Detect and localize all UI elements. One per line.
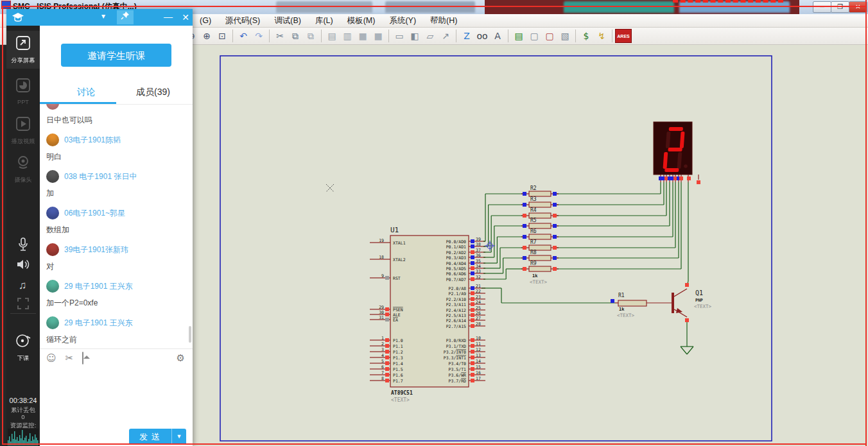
pick-device-icon[interactable]: ▭ — [392, 29, 406, 43]
toolbar-separator — [508, 30, 508, 42]
resistor-R4[interactable]: R4 — [521, 207, 559, 218]
close-button[interactable]: ✕ — [849, 1, 867, 13]
resistor-R7[interactable]: R7 — [521, 239, 559, 250]
svg-text:8: 8 — [381, 376, 384, 381]
speaker-icon[interactable] — [6, 258, 40, 273]
screenshot-scissors-icon[interactable]: ✂ — [65, 352, 74, 364]
svg-text:6: 6 — [381, 365, 384, 370]
component-Q1[interactable]: Q1PNP<TEXT> — [672, 289, 712, 317]
svg-text:AT89C51: AT89C51 — [391, 390, 413, 396]
resistor-R8[interactable]: R8 — [521, 250, 559, 261]
ares-icon[interactable]: ARES — [615, 29, 632, 43]
new-sheet-icon[interactable]: ▢ — [527, 29, 541, 43]
gear-icon[interactable]: ⚙ — [177, 352, 185, 364]
make-device-icon[interactable]: ◧ — [408, 29, 422, 43]
background-tab[interactable] — [385, 1, 475, 13]
tab-members[interactable]: 成员(39) — [136, 87, 170, 98]
paste-icon[interactable]: ⧉ — [304, 29, 318, 43]
resistor-R2[interactable]: R2 — [521, 185, 559, 196]
avatar — [46, 207, 59, 219]
resistor-R1[interactable]: R11k<TEXT> — [611, 293, 672, 318]
logic-state-square — [471, 324, 474, 328]
menu-item-5[interactable]: 系统(Y) — [382, 14, 423, 28]
block-copy-icon[interactable]: ▤ — [325, 29, 339, 43]
message-text: 对 — [46, 261, 186, 272]
microphone-icon[interactable] — [6, 237, 40, 254]
property-assignment-icon[interactable]: A — [490, 29, 505, 43]
menu-item-1[interactable]: 源代码(S) — [218, 14, 267, 28]
fullscreen-icon[interactable] — [6, 298, 40, 312]
sheet-border — [220, 56, 772, 441]
image-icon[interactable] — [82, 352, 83, 364]
menu-item-4[interactable]: 模板(M) — [340, 14, 383, 28]
chat-scrollbar[interactable] — [189, 326, 191, 343]
cut-icon[interactable]: ✂ — [273, 29, 287, 43]
logic-state-square — [471, 313, 474, 317]
svg-text:R9: R9 — [530, 261, 537, 266]
search-components-icon[interactable]: oo — [475, 29, 489, 43]
block-delete-icon[interactable]: ■ — [371, 29, 385, 43]
component-U1[interactable]: U1AT89C51<TEXT>19XTAL118XTAL29RST29PSEN3… — [370, 226, 485, 403]
resistor-R9[interactable]: R91k<TEXT> — [521, 261, 559, 285]
block-rotate-icon[interactable]: ■ — [356, 29, 370, 43]
invite-students-button[interactable]: 邀请学生听课 — [61, 44, 171, 67]
sidebar-tool-camera[interactable]: 摄像头 — [6, 154, 40, 184]
resistor-R5[interactable]: R5 — [521, 218, 559, 228]
tool-sidebar: 分享屏幕PPT播放视频摄像头 ♫ 下课 00:38:24 累计丢包 0 资源监控… — [6, 26, 40, 446]
undo-icon[interactable]: ↶ — [236, 29, 250, 43]
message-list[interactable]: 日中也可以吗03电子1901陈韬明白038 电子1901 张日中加06电子190… — [40, 104, 193, 348]
resistor-R6[interactable]: R6 — [521, 228, 559, 239]
zoom-in-icon[interactable]: ⊕ — [200, 29, 214, 43]
menu-item-2[interactable]: 调试(B) — [267, 14, 308, 28]
sidebar-tool-share-screen[interactable]: 分享屏幕 — [6, 31, 40, 69]
copy-icon[interactable]: ⧉ — [288, 29, 302, 43]
svg-text:RST: RST — [393, 276, 401, 281]
sidebar-tool-play-video[interactable]: 播放视频 — [6, 116, 40, 146]
minimize-button[interactable]: ─ — [813, 1, 831, 13]
schematic-svg[interactable]: U1AT89C51<TEXT>19XTAL118XTAL29RST29PSEN3… — [193, 45, 868, 446]
zoom-area-icon[interactable]: ⊡ — [215, 29, 229, 43]
menu-item-3[interactable]: 库(L) — [308, 14, 340, 28]
end-class-button[interactable]: 下课 — [6, 332, 40, 363]
toolbar-separator — [388, 30, 389, 42]
menu-item-6[interactable]: 帮助(H) — [423, 14, 464, 28]
pin-icon[interactable] — [117, 10, 134, 24]
resistor-R3[interactable]: R3 — [521, 196, 559, 207]
teaching-app-titlebar[interactable]: ▾ — ✕ — [6, 9, 193, 26]
background-tab-blue[interactable] — [679, 1, 790, 13]
chevron-down-icon[interactable]: ▾ — [101, 12, 105, 21]
send-button[interactable]: 发送 — [129, 429, 171, 445]
schematic-canvas[interactable]: U1AT89C51<TEXT>19XTAL118XTAL29RST29PSEN3… — [193, 45, 868, 446]
overlay-close-button[interactable]: ✕ — [178, 10, 193, 24]
tab-discussion[interactable]: 讨论 — [77, 87, 95, 98]
wire-autoroute-icon[interactable]: Z — [460, 29, 474, 43]
block-move-icon[interactable]: ▥ — [340, 29, 354, 43]
music-icon[interactable]: ♫ — [6, 279, 40, 294]
redo-icon[interactable]: ↷ — [252, 29, 266, 43]
svg-text:37: 37 — [476, 248, 481, 253]
background-tab[interactable] — [276, 1, 372, 13]
sidebar-tool-ppt[interactable]: PPT — [6, 77, 40, 105]
packaging-tool-icon[interactable]: ▱ — [423, 29, 437, 43]
menu-item-0[interactable]: (G) — [193, 15, 218, 26]
electrical-check-icon[interactable]: ↯ — [595, 29, 609, 43]
remove-sheet-icon[interactable]: ▢ — [542, 29, 557, 43]
decompose-icon[interactable]: ↗ — [438, 29, 453, 43]
toolbar-separator — [321, 30, 322, 42]
goto-sheet-icon[interactable]: ▧ — [558, 29, 572, 43]
svg-text:P1.3: P1.3 — [393, 356, 403, 361]
message-sender: 06电子1901~郭星 — [64, 208, 125, 219]
logic-state-square — [697, 180, 700, 184]
bill-of-materials-icon[interactable]: $ — [579, 29, 593, 43]
svg-text:P0.3/AD3: P0.3/AD3 — [446, 255, 466, 261]
overlay-minimize-button[interactable]: — — [161, 10, 176, 24]
send-options-caret[interactable]: ▼ — [171, 429, 186, 445]
background-tab-active[interactable] — [564, 1, 674, 13]
component-7seg-display[interactable] — [654, 122, 692, 175]
restore-button[interactable]: ❐ — [831, 1, 849, 13]
chat-input-area[interactable] — [40, 366, 193, 424]
logic-state-square — [685, 318, 689, 322]
chat-message: 39电子1901张新玮对 — [40, 243, 193, 272]
design-explorer-icon[interactable]: ▤ — [512, 29, 526, 43]
emoji-icon[interactable]: ☺ — [46, 352, 56, 364]
